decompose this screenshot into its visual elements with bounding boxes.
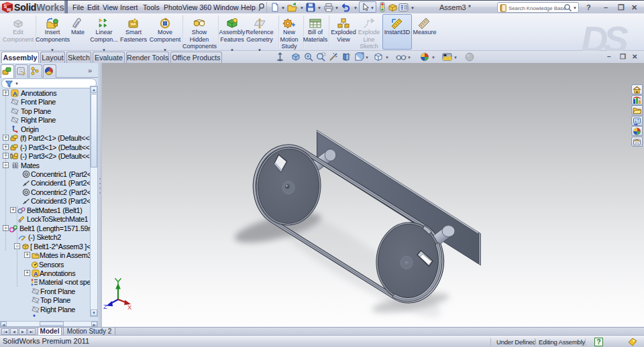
svg-text:X: X [127,303,132,310]
svg-text:A: A [34,271,38,277]
svg-text:W: W [7,7,11,12]
svg-text:A: A [13,90,17,97]
svg-text:Z: Z [103,303,107,309]
